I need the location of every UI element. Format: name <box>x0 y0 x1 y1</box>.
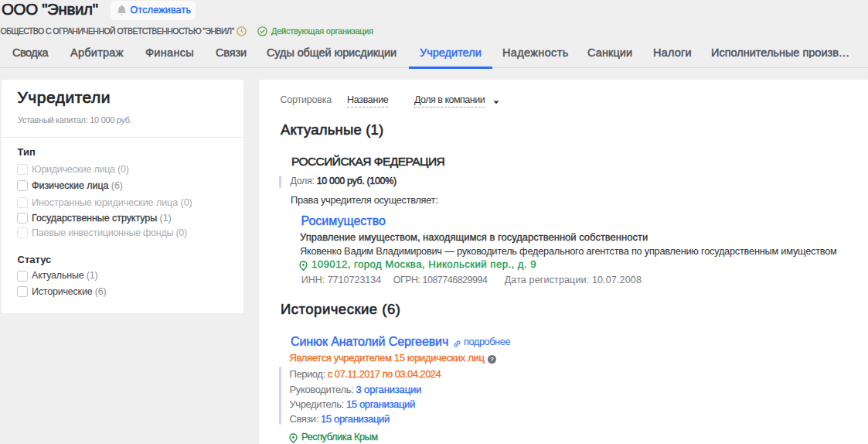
svg-text:?: ? <box>490 356 494 363</box>
